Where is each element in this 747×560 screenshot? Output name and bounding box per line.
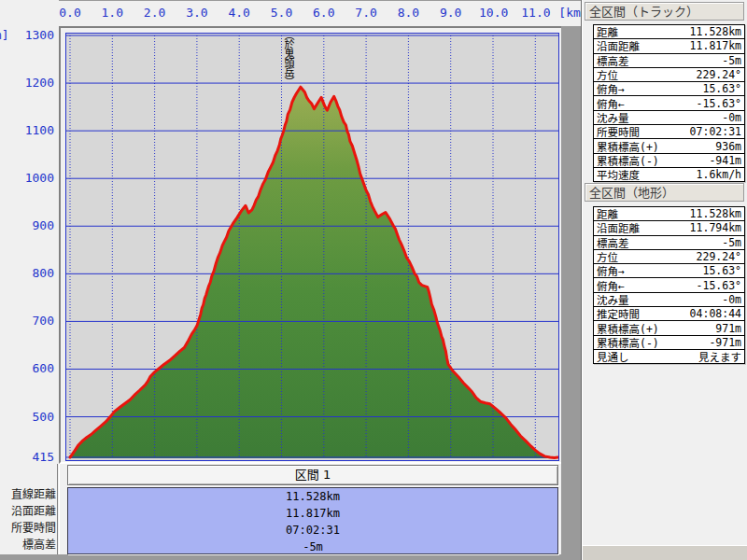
stat-label: 方位: [597, 250, 618, 264]
section-value: 11.528km: [68, 488, 557, 505]
stat-value: -15.63°: [697, 279, 741, 292]
stat-value: 07:02:31: [690, 125, 741, 138]
chart-panel-gap: [561, 26, 581, 560]
stat-row: 沈み量-0m: [594, 111, 744, 125]
stat-row: 累積標高(+)936m: [594, 139, 744, 153]
x-axis-tick-label: 8.0: [394, 6, 422, 20]
elevation-chart-frame: （於鬼頭岳）: [59, 26, 564, 464]
stat-row: 累積標高(-)-941m: [594, 154, 744, 168]
section-value: -5m: [68, 539, 557, 555]
stat-label: 俯角→: [597, 264, 625, 278]
x-axis-tick-label: 1.0: [98, 6, 126, 20]
stat-label: 沿面距離: [597, 221, 640, 235]
stat-label: 標高差: [597, 54, 629, 68]
x-axis-tick-label: 6.0: [310, 6, 338, 20]
stat-value: 1.6km/h: [697, 168, 741, 181]
stat-label: 俯角→: [597, 82, 625, 96]
terrain-section-header[interactable]: 全区間（地形）: [585, 183, 744, 202]
track-section-header[interactable]: 全区間（トラック）: [585, 2, 744, 21]
stat-value: -0m: [722, 293, 741, 306]
stat-row: 累積標高(-)-971m: [594, 336, 744, 350]
stat-label: 距離: [597, 207, 618, 221]
stat-label: 累積標高(-): [597, 154, 659, 168]
y-axis-unit-label: [m]: [0, 28, 8, 42]
track-stats-table: 距離11.528km沿面距離11.817km標高差-5m方位229.24°俯角→…: [593, 24, 745, 182]
stat-value: 見えます: [698, 350, 741, 363]
peak-annotation: （於鬼頭岳）: [282, 30, 294, 108]
stat-label: 沈み量: [597, 293, 629, 307]
stat-row: 累積標高(+)971m: [594, 321, 744, 335]
stat-value: 971m: [715, 322, 741, 335]
stat-row: 見通し見えます: [594, 350, 744, 363]
stat-label: 累積標高(-): [597, 336, 659, 350]
y-axis-tick-label: 1100: [13, 123, 54, 136]
x-axis-tick-label: 0.0: [56, 6, 84, 20]
section-label: 直線距離: [0, 486, 56, 503]
x-axis-tick-label: 2.0: [141, 6, 169, 20]
section-row-labels: 直線距離沿面距離所要時間標高差: [0, 486, 56, 553]
stat-row: 俯角→15.63°: [594, 264, 744, 278]
x-axis-tick-label: 9.0: [437, 6, 465, 20]
stat-label: 沈み量: [597, 111, 629, 125]
panel-bottom-strip: [583, 545, 747, 560]
stats-panel: 全区間（トラック） 距離11.528km沿面距離11.817km標高差-5m方位…: [581, 0, 747, 560]
stat-value: -971m: [709, 336, 741, 349]
x-axis-tick-label: 4.0: [225, 6, 253, 20]
x-axis-tick-label: 11.0: [521, 6, 549, 20]
x-axis-tick-label: 10.0: [479, 6, 507, 20]
y-axis-tick-label: 415: [13, 450, 54, 463]
stat-value: 11.817km: [690, 39, 741, 52]
stat-label: 累積標高(+): [597, 321, 659, 335]
y-axis-tick-label: 600: [13, 361, 54, 374]
stat-value: -0m: [722, 111, 741, 124]
stat-value: 15.63°: [702, 82, 741, 95]
left-separator-line: [57, 464, 59, 554]
y-axis-tick-label: 1300: [13, 28, 54, 41]
stat-value: -5m: [722, 54, 741, 67]
terrain-stats-table: 距離11.528km沿面距離11.794km標高差-5m方位229.24°俯角→…: [593, 206, 745, 364]
stat-label: 見通し: [597, 350, 629, 363]
stat-row: 平均速度1.6km/h: [594, 168, 744, 181]
stat-row: 方位229.24°: [594, 68, 744, 82]
section-label: 沿面距離: [0, 503, 56, 520]
stat-value: -15.63°: [697, 97, 741, 110]
stat-value: 936m: [715, 140, 741, 153]
section-header[interactable]: 区間 1: [67, 465, 558, 485]
section-value: 07:02:31: [68, 522, 557, 539]
stat-row: 距離11.528km: [594, 25, 744, 39]
stat-value: 11.528km: [690, 25, 741, 38]
stat-value: 15.63°: [702, 264, 741, 277]
y-axis-tick-label: 1000: [13, 171, 54, 184]
stat-value: 229.24°: [697, 68, 741, 81]
x-axis-tick-label: 3.0: [183, 6, 211, 20]
stat-label: 俯角←: [597, 278, 625, 292]
elevation-profile-svg: [66, 34, 558, 460]
elevation-profile-plot[interactable]: （於鬼頭岳）: [65, 33, 559, 461]
stat-label: 方位: [597, 68, 618, 82]
y-axis-tick-label: 800: [13, 266, 54, 279]
stat-row: 距離11.528km: [594, 207, 744, 221]
section-label: 標高差: [0, 537, 56, 553]
stat-row: 方位229.24°: [594, 250, 744, 264]
stat-row: 沿面距離11.794km: [594, 221, 744, 235]
stat-row: 俯角←-15.63°: [594, 278, 744, 292]
stat-value: -5m: [722, 236, 741, 249]
stat-row: 標高差-5m: [594, 236, 744, 250]
stat-label: 標高差: [597, 236, 629, 250]
stat-row: 所要時間07:02:31: [594, 125, 744, 139]
section-label: 所要時間: [0, 520, 56, 537]
stat-row: 沈み量-0m: [594, 293, 744, 307]
stat-value: -941m: [709, 154, 741, 167]
section-value: 11.817km: [68, 505, 557, 522]
y-axis-tick-label: 500: [13, 410, 54, 423]
stat-label: 距離: [597, 25, 618, 39]
stat-label: 俯角←: [597, 96, 625, 110]
stat-row: 俯角→15.63°: [594, 82, 744, 96]
stat-row: 推定時間04:08:44: [594, 307, 744, 321]
stat-value: 04:08:44: [690, 307, 741, 320]
stat-value: 229.24°: [697, 250, 741, 263]
stat-label: 推定時間: [597, 307, 640, 321]
stat-value: 11.528km: [690, 207, 741, 220]
stat-label: 累積標高(+): [597, 139, 659, 153]
stat-row: 標高差-5m: [594, 54, 744, 68]
